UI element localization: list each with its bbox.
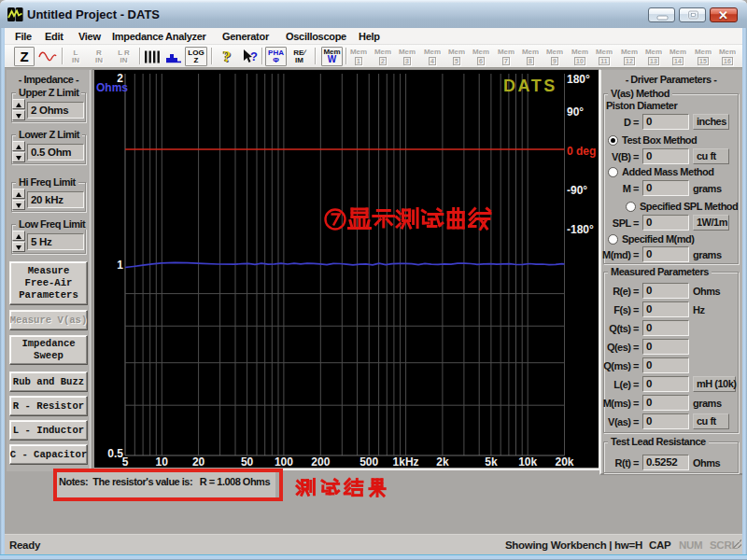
svg-text:DATS: DATS [503,77,557,95]
svg-text:180°: 180° [567,73,590,86]
svg-text:500: 500 [359,455,378,468]
svg-text:2k: 2k [436,455,449,468]
svg-text:10k: 10k [518,455,537,468]
svg-text:10: 10 [156,455,169,468]
svg-text:50: 50 [241,455,254,468]
svg-text:20: 20 [192,455,205,468]
svg-text:5: 5 [122,455,129,468]
svg-text:200: 200 [311,455,330,468]
svg-text:100: 100 [275,455,293,468]
svg-text:1: 1 [117,259,123,272]
svg-text:1kHz: 1kHz [393,455,419,468]
svg-text:?: ? [250,49,258,63]
svg-text:Ohms: Ohms [96,81,128,94]
svg-text:5k: 5k [485,455,498,468]
